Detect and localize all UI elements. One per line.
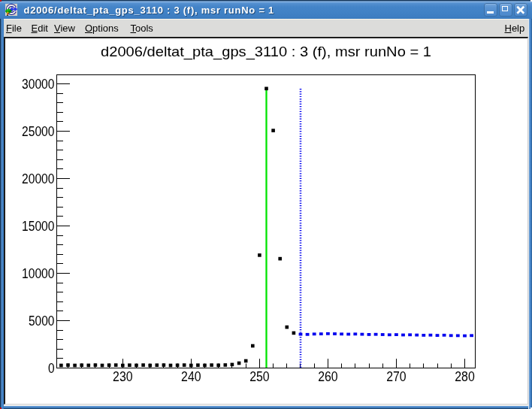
svg-text:30000: 30000 (22, 77, 55, 92)
svg-text:250: 250 (249, 369, 270, 384)
svg-text:240: 240 (181, 369, 201, 384)
svg-text:20000: 20000 (22, 171, 55, 186)
svg-text:15000: 15000 (22, 219, 55, 234)
svg-text:270: 270 (386, 369, 407, 384)
svg-text:25000: 25000 (22, 124, 55, 139)
svg-text:d2006/deltat_pta_gps_3110 : 3: d2006/deltat_pta_gps_3110 : 3 (f), msr r… (101, 44, 431, 60)
svg-text:280: 280 (455, 369, 475, 384)
svg-text:10000: 10000 (22, 266, 55, 281)
svg-text:230: 230 (113, 369, 133, 384)
svg-text:0: 0 (48, 361, 55, 376)
svg-text:5000: 5000 (29, 314, 55, 329)
svg-text:260: 260 (318, 369, 338, 384)
